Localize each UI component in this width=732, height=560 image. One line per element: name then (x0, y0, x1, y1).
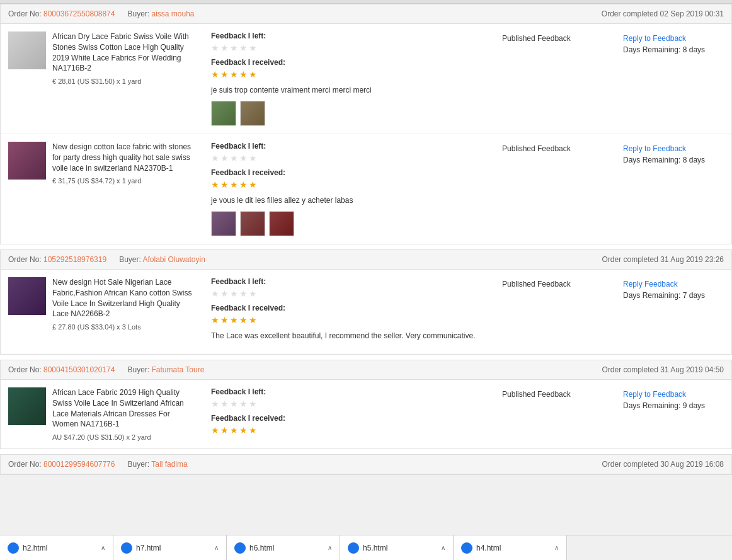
order-completed: Order completed 30 Aug 2019 16:08 (602, 460, 724, 469)
star-1: ★ (211, 180, 219, 190)
feedback-received-label: Feedback I received: (211, 58, 488, 67)
order-group: Order No: 80001299594607776 Buyer: Tall … (0, 454, 732, 475)
main-content: Order No: 80003672550808874 Buyer: aissa… (0, 4, 732, 475)
days-remaining: Days Remaining: 7 days (623, 291, 724, 300)
order-no-link[interactable]: 80003672550808874 (43, 9, 115, 18)
order-completed: Order completed 02 Sep 2019 00:31 (602, 9, 724, 18)
reply-to-feedback-link[interactable]: Reply to Feedback (623, 34, 724, 43)
stars-received: ★ ★ ★ ★ ★ (211, 69, 488, 79)
feedback-image[interactable] (211, 101, 236, 126)
order-no-link[interactable]: 80004150301020174 (43, 365, 115, 374)
feedback-image[interactable] (240, 211, 265, 236)
star-1: ★ (211, 43, 219, 53)
published-status: Published Feedback (502, 280, 615, 289)
star-2: ★ (220, 315, 229, 325)
product-info: African Lace Fabric 2019 High Quality Sw… (52, 387, 197, 441)
star-4: ★ (239, 289, 248, 299)
order-no-label: Order No: 105292518976319 (8, 255, 106, 264)
feedback-left-label: Feedback I left: (211, 31, 488, 40)
order-group: Order No: 105292518976319 Buyer: Afolabi… (0, 249, 732, 355)
stars-left: ★ ★ ★ ★ ★ (211, 399, 488, 409)
reply-feedback-link[interactable]: Reply Feedback (623, 280, 724, 289)
star-1: ★ (211, 289, 219, 299)
item-row: African Lace Fabric 2019 High Quality Sw… (1, 380, 731, 449)
stars-left: ★ ★ ★ ★ ★ (211, 153, 488, 163)
star-5: ★ (249, 153, 257, 163)
order-group: Order No: 80003672550808874 Buyer: aissa… (0, 4, 732, 244)
star-1: ★ (211, 425, 219, 435)
order-header: Order No: 105292518976319 Buyer: Afolabi… (1, 250, 731, 270)
star-3: ★ (230, 69, 238, 79)
feedback-col: Feedback I left: ★ ★ ★ ★ ★ Feedback I re… (205, 387, 495, 441)
product-price: £ 27.80 (US $33.04) x 3 Lots (52, 323, 197, 331)
product-name: New design Hot Sale Nigerian Lace Fabric… (52, 277, 197, 319)
status-col: Published Feedback (502, 142, 615, 236)
product-info: New design Hot Sale Nigerian Lace Fabric… (52, 277, 197, 346)
star-4: ★ (239, 399, 248, 409)
star-2: ★ (220, 425, 229, 435)
buyer-name-link[interactable]: Afolabi Oluwatoyin (142, 255, 205, 264)
product-col: New design Hot Sale Nigerian Lace Fabric… (8, 277, 197, 346)
status-col: Published Feedback (502, 277, 615, 346)
feedback-received-label: Feedback I received: (211, 304, 488, 312)
days-remaining: Days Remaining: 8 days (623, 156, 724, 164)
star-1: ★ (211, 399, 219, 409)
star-3: ★ (230, 180, 238, 190)
product-info: New design cotton lace fabric with stone… (52, 142, 197, 236)
buyer-label: Buyer: Fatumata Toure (127, 365, 204, 374)
product-name: African Lace Fabric 2019 High Quality Sw… (52, 387, 197, 430)
star-5: ★ (249, 425, 257, 435)
action-col: Reply to Feedback Days Remaining: 9 days (623, 387, 724, 441)
product-thumbnail (8, 387, 46, 425)
order-no-link[interactable]: 105292518976319 (43, 255, 106, 264)
order-no-label: Order No: 80003672550808874 (8, 9, 115, 18)
feedback-left-label: Feedback I left: (211, 142, 488, 151)
buyer-label: Buyer: Afolabi Oluwatoyin (119, 255, 205, 264)
star-3: ★ (230, 399, 238, 409)
star-3: ★ (230, 289, 238, 299)
feedback-col: Feedback I left: ★ ★ ★ ★ ★ Feedback I re… (205, 277, 495, 346)
item-row: New design cotton lace fabric with stone… (1, 134, 731, 244)
stars-received: ★ ★ ★ ★ ★ (211, 425, 488, 435)
star-5: ★ (249, 69, 257, 79)
star-3: ★ (230, 153, 238, 163)
product-price: € 31,75 (US $34.72) x 1 yard (52, 177, 197, 185)
published-status: Published Feedback (502, 390, 615, 399)
buyer-name-link[interactable]: Fatumata Toure (152, 365, 205, 374)
buyer-name-link[interactable]: aissa mouha (152, 9, 195, 18)
days-remaining: Days Remaining: 9 days (623, 401, 724, 410)
buyer-label: Buyer: Tall fadima (127, 460, 187, 469)
star-4: ★ (239, 43, 248, 53)
feedback-images (211, 211, 488, 236)
star-2: ★ (220, 180, 229, 190)
action-col: Reply to Feedback Days Remaining: 8 days (623, 31, 724, 126)
star-2: ★ (220, 289, 229, 299)
published-status: Published Feedback (502, 34, 615, 43)
action-col: Reply Feedback Days Remaining: 7 days (623, 277, 724, 346)
feedback-received-label: Feedback I received: (211, 168, 488, 177)
star-2: ★ (220, 43, 229, 53)
product-price: AU $47.20 (US $31.50) x 2 yard (52, 433, 197, 441)
buyer-name-link[interactable]: Tall fadima (151, 460, 187, 469)
star-4: ★ (239, 153, 248, 163)
reply-to-feedback-link[interactable]: Reply to Feedback (623, 144, 724, 153)
order-no-link[interactable]: 80001299594607776 (43, 460, 115, 469)
product-price: € 28,81 (US $31.50) x 1 yard (52, 77, 197, 85)
feedback-image[interactable] (240, 101, 265, 126)
order-header: Order No: 80003672550808874 Buyer: aissa… (1, 4, 731, 24)
product-info: African Dry Lace Fabric Swiss Voile With… (52, 31, 197, 126)
item-row: New design Hot Sale Nigerian Lace Fabric… (1, 270, 731, 354)
star-5: ★ (249, 289, 257, 299)
feedback-image[interactable] (269, 211, 294, 236)
stars-left: ★ ★ ★ ★ ★ (211, 43, 488, 53)
star-2: ★ (220, 69, 229, 79)
product-col: African Dry Lace Fabric Swiss Voile With… (8, 31, 197, 126)
order-group: Order No: 80004150301020174 Buyer: Fatum… (0, 360, 732, 449)
order-header: Order No: 80001299594607776 Buyer: Tall … (1, 455, 731, 474)
star-2: ★ (220, 153, 229, 163)
product-col: New design cotton lace fabric with stone… (8, 142, 197, 236)
stars-received: ★ ★ ★ ★ ★ (211, 315, 488, 325)
feedback-image[interactable] (211, 211, 236, 236)
stars-received: ★ ★ ★ ★ ★ (211, 180, 488, 190)
reply-to-feedback-link[interactable]: Reply to Feedback (623, 390, 724, 399)
